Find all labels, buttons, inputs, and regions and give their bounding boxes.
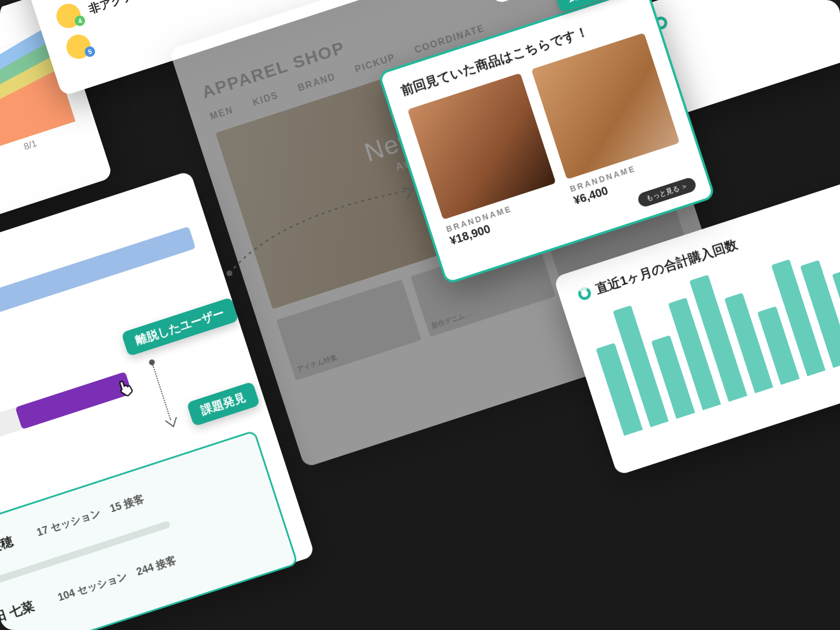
- emoji-icon: 4: [53, 1, 84, 31]
- rank-badge: 5: [83, 45, 97, 58]
- rank-badge: 4: [73, 14, 87, 28]
- ring-thick-icon: [577, 286, 593, 302]
- svg-point-0: [226, 270, 233, 277]
- user-name: 加藤 美穂: [0, 528, 30, 566]
- nav-item[interactable]: MEN: [209, 105, 235, 122]
- pointer-cursor-icon: [114, 375, 139, 400]
- serve-count: 244: [135, 561, 155, 577]
- session-count: 104: [56, 587, 76, 603]
- tag-action[interactable]: 施策実施: [553, 0, 627, 13]
- session-label: セッション: [49, 507, 102, 534]
- user-name: 岡田 七菜: [0, 593, 51, 630]
- emoji-icon: 3: [43, 0, 74, 1]
- session-label: セッション: [76, 570, 129, 597]
- serve-count: 15: [108, 500, 123, 514]
- serve-label: 接客: [154, 554, 178, 572]
- nav-item[interactable]: BRAND: [297, 72, 337, 94]
- session-count: 17: [35, 524, 50, 538]
- nav-item[interactable]: KIDS: [252, 90, 281, 108]
- x-tick: 8/1: [23, 138, 38, 152]
- emoji-sleep-icon: 5: [63, 31, 94, 62]
- serve-label: 接客: [122, 493, 145, 510]
